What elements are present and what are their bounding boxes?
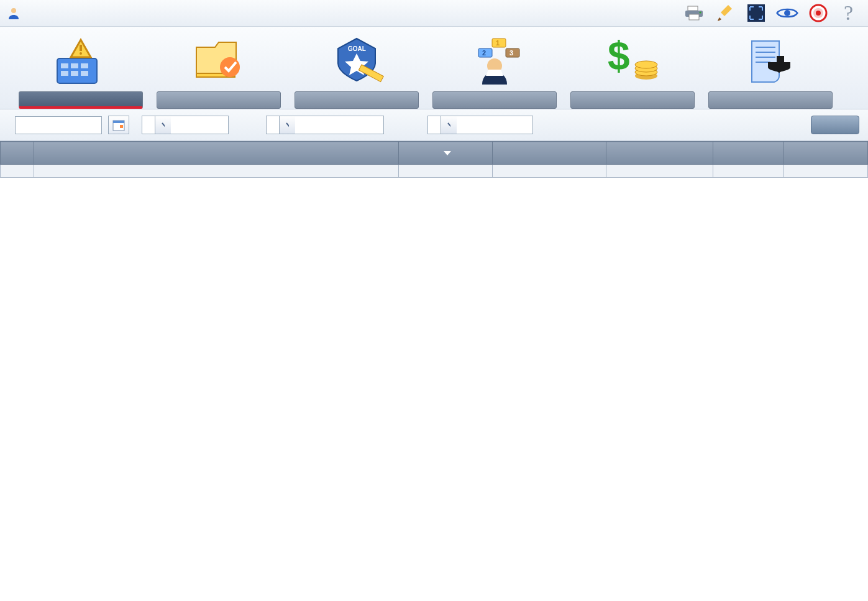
kpi-icon [19, 33, 143, 89]
date-input[interactable] [15, 116, 102, 134]
col-weight[interactable] [399, 142, 493, 165]
standart-icon: GOAL [295, 33, 419, 89]
col-type[interactable] [1, 142, 34, 165]
svg-rect-3 [689, 14, 699, 20]
footer-weight [399, 165, 493, 178]
svg-point-9 [816, 11, 821, 16]
svg-rect-38 [120, 125, 123, 128]
svg-text:2: 2 [482, 49, 486, 57]
svg-rect-1 [688, 6, 698, 11]
svg-text:1: 1 [496, 39, 500, 47]
policy-icon [708, 33, 833, 89]
svg-rect-37 [113, 121, 124, 123]
svg-text:3: 3 [509, 49, 513, 57]
smart-icon [157, 33, 281, 89]
period-select[interactable] [142, 116, 229, 134]
svg-text:$: $ [608, 35, 630, 78]
toolbar: ? [683, 4, 861, 22]
mode-select[interactable] [266, 116, 384, 134]
svg-rect-17 [81, 71, 88, 76]
by-select[interactable] [427, 116, 533, 134]
help-icon[interactable]: ? [838, 4, 861, 22]
col-uweight[interactable] [784, 142, 868, 165]
svg-rect-16 [71, 71, 78, 76]
target-icon[interactable] [807, 4, 829, 22]
table-header-row [1, 142, 868, 165]
nav-policy-button[interactable] [708, 91, 833, 109]
nav-standart[interactable]: GOAL [295, 33, 419, 109]
svg-rect-14 [81, 63, 88, 68]
nav-kpi[interactable] [19, 33, 143, 109]
sort-desc-icon [442, 147, 452, 159]
calendar-button[interactable] [108, 116, 129, 134]
filter-bar [0, 109, 868, 141]
svg-text:?: ? [844, 2, 853, 24]
pfr-icon: $ [570, 33, 695, 89]
chevron-down-icon [441, 116, 457, 134]
col-indicator[interactable] [34, 142, 399, 165]
nav-policy[interactable] [708, 33, 833, 109]
chevron-down-icon [279, 116, 295, 134]
print-icon[interactable] [683, 4, 705, 22]
svg-point-19 [80, 52, 82, 55]
nav-kpi-button[interactable] [19, 91, 143, 109]
svg-rect-18 [80, 45, 82, 51]
svg-point-34 [635, 61, 657, 68]
table-footer-row [1, 165, 868, 178]
svg-rect-35 [777, 56, 784, 63]
svg-rect-15 [61, 71, 68, 76]
nav-pfr-button[interactable] [570, 91, 695, 109]
brush-icon[interactable] [714, 4, 736, 22]
footer-label [34, 165, 399, 178]
nav-r[interactable]: 123 [432, 33, 557, 109]
nav-pfr[interactable]: $ [570, 33, 695, 109]
r-icon: 123 [432, 33, 557, 89]
nav-smart[interactable] [157, 33, 281, 109]
col-vyp[interactable] [713, 142, 784, 165]
svg-text:GOAL: GOAL [348, 45, 366, 52]
col-plan[interactable] [606, 142, 713, 165]
ok-button[interactable] [811, 116, 859, 134]
svg-point-20 [220, 57, 240, 77]
nav-smart-button[interactable] [157, 91, 281, 109]
nav-standart-button[interactable] [295, 91, 419, 109]
chevron-down-icon [155, 116, 171, 134]
fullscreen-icon[interactable] [745, 4, 767, 22]
user-icon [7, 7, 20, 19]
col-fact[interactable] [493, 142, 606, 165]
footer-uw [784, 165, 868, 178]
nav-bar: GOAL 123 $ [0, 27, 868, 109]
svg-point-6 [784, 10, 790, 16]
kpi-table [0, 141, 868, 178]
svg-rect-13 [71, 63, 78, 68]
svg-point-4 [700, 12, 701, 14]
eye-icon[interactable] [776, 4, 798, 22]
title-bar: ? [0, 0, 868, 27]
svg-point-0 [11, 8, 16, 13]
nav-r-button[interactable] [432, 91, 557, 109]
svg-rect-12 [61, 63, 68, 68]
